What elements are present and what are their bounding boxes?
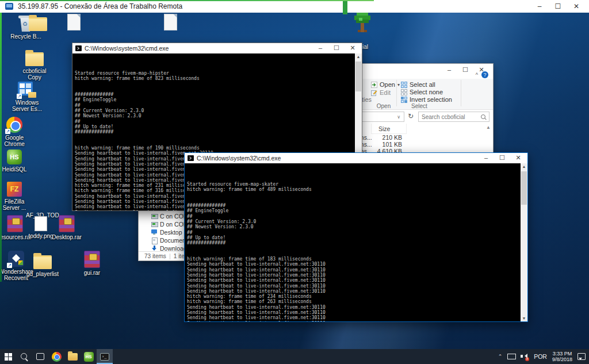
cmd2-scrollbar[interactable]: ▲ ▼ xyxy=(521,163,527,321)
rdp-maximize-button[interactable]: ☐ xyxy=(549,0,567,13)
explorer-nav-pane: C on CODELUA D on CODELUA Desktop Docume… xyxy=(139,212,185,252)
file-row[interactable]: ens... 210 KB xyxy=(357,134,407,141)
tree-pixel-icon[interactable] xyxy=(352,13,373,38)
nav-item-c-drive[interactable]: C on CODELUA xyxy=(139,212,185,220)
volume-muted-icon[interactable]: ✕ xyxy=(521,353,529,360)
open-icon xyxy=(371,82,377,88)
desktop-icon-windows-server[interactable]: ↗ Windows Server Es... xyxy=(9,82,45,112)
tray-expand-chevron-icon[interactable]: ⌃ xyxy=(498,354,503,359)
desktop-icon-folder-top[interactable] xyxy=(24,14,52,31)
icon-label: gui.rar xyxy=(84,270,100,276)
desktop-wallpaper: ♻ Recycle B... ial ccboficial Copy xyxy=(0,13,589,349)
search-input[interactable] xyxy=(419,114,481,120)
select-all-button[interactable]: Select all xyxy=(401,81,435,88)
console-line xyxy=(75,81,355,86)
invert-selection-icon xyxy=(401,97,407,103)
cmd1-titlebar[interactable]: C:\Windows\system32\cmd.exe – ☐ ✕ xyxy=(72,43,362,53)
scroll-up-icon[interactable]: ▲ xyxy=(486,125,491,130)
folder-icon xyxy=(29,17,47,31)
desktop-icon-desktop-rar[interactable]: Desktop.rar xyxy=(51,215,83,240)
console-line xyxy=(75,140,355,145)
taskbar-chrome-button[interactable] xyxy=(48,349,64,364)
console-line: hitch warning: frame time of 263 millise… xyxy=(187,299,521,304)
desktop-icon-ccboficial-copy[interactable]: ccboficial Copy xyxy=(16,49,53,81)
rdp-titlebar: 35.199.87.95 - Conexão de Área de Trabal… xyxy=(0,0,589,13)
chevron-down-icon[interactable]: ∨ xyxy=(397,114,400,120)
desktop-icon-gd-playerlist[interactable]: gd_playerlist xyxy=(24,252,61,277)
rdp-close-button[interactable]: ✕ xyxy=(567,0,586,13)
cmd2-close-button[interactable]: ✕ xyxy=(510,154,526,162)
explorer-minimize-button[interactable]: – xyxy=(441,66,457,74)
console-line: ## Newest Version: 2.3.0 xyxy=(75,113,355,118)
select-none-button[interactable]: Select none xyxy=(401,89,443,95)
console-icon: ›_ xyxy=(100,353,109,361)
help-icon[interactable]: ? xyxy=(481,71,488,78)
desktop-icon-filezilla[interactable]: FZ FileZilla Server ... xyxy=(0,182,29,211)
capture-artifact-sliver xyxy=(343,0,347,14)
search-icon xyxy=(21,353,28,361)
taskbar-clock[interactable]: 3:33 PM 9/8/2018 xyxy=(552,351,572,362)
refresh-icon[interactable]: ↻ xyxy=(408,112,414,120)
rdp-minimize-button[interactable]: – xyxy=(530,0,549,13)
cmd-window-2: C:\Windows\system32\cmd.exe – ☐ ✕ Starte… xyxy=(184,152,528,322)
image-file-icon xyxy=(35,216,47,231)
console-line xyxy=(187,251,521,256)
search-box[interactable] xyxy=(418,112,489,122)
invert-selection-label: Invert selection xyxy=(410,96,452,103)
network-icon[interactable] xyxy=(507,354,515,360)
scroll-thumb[interactable] xyxy=(355,62,361,91)
cmd2-titlebar[interactable]: C:\Windows\system32\cmd.exe – ☐ ✕ xyxy=(185,153,527,163)
folder-icon xyxy=(68,353,78,361)
console-line: Sending heartbeat to live-internal.fivem… xyxy=(187,305,521,310)
icon-label: Google Chrome xyxy=(0,135,29,147)
desktop-icon-gui-rar[interactable]: gui.rar xyxy=(78,251,106,276)
cmd2-console-output: Started resource fivem-map-skaterhitch w… xyxy=(185,163,521,321)
desktop-icon-document-1[interactable] xyxy=(60,14,87,30)
icon-label: toddy.png xyxy=(28,233,53,239)
nav-item-d-drive[interactable]: D on CODELUA xyxy=(139,220,185,228)
language-indicator[interactable]: POR xyxy=(534,353,547,360)
winrar-archive-icon xyxy=(59,215,75,232)
scroll-up-icon[interactable]: ▲ xyxy=(355,53,362,60)
cmd2-minimize-button[interactable]: – xyxy=(478,154,494,162)
start-button[interactable] xyxy=(0,349,16,364)
explorer-maximize-button[interactable]: ☐ xyxy=(457,66,473,74)
desktop-icon-document-2[interactable] xyxy=(156,14,184,30)
invert-selection-button[interactable]: Invert selection xyxy=(401,96,452,103)
file-list: ens... 210 KB ens... 101 KB ens... 4,610… xyxy=(357,134,407,155)
console-line: ## xyxy=(75,103,355,108)
desktop-icon-heidisql[interactable]: HS HeidiSQL xyxy=(0,150,29,173)
documents-icon xyxy=(151,237,158,243)
console-line: Sending heartbeat to live-internal.fivem… xyxy=(187,278,521,283)
winrar-archive-icon xyxy=(84,251,100,268)
desktop-icon xyxy=(151,229,158,235)
column-header-size[interactable]: Size xyxy=(371,124,407,134)
edit-button[interactable]: Edit xyxy=(371,89,391,96)
taskbar-cmd-button-active[interactable]: ›_ xyxy=(97,349,113,364)
taskbar-search-button[interactable] xyxy=(16,349,32,364)
open-button[interactable]: Open ▾ xyxy=(371,81,400,88)
edit-icon xyxy=(371,90,377,96)
taskbar-heidisql-button[interactable]: HS xyxy=(81,349,97,364)
nav-item-desktop[interactable]: Desktop xyxy=(139,228,185,236)
taskbar-explorer-button[interactable] xyxy=(64,349,81,364)
scroll-down-icon[interactable]: ▼ xyxy=(521,315,527,321)
task-view-button[interactable] xyxy=(32,349,48,364)
document-icon xyxy=(67,14,81,30)
cmd1-close-button[interactable]: ✕ xyxy=(345,44,361,52)
scroll-up-icon[interactable]: ▲ xyxy=(521,163,527,170)
scroll-thumb[interactable] xyxy=(521,171,527,205)
action-center-icon[interactable] xyxy=(577,353,586,360)
file-row[interactable]: ens... 101 KB xyxy=(357,141,407,148)
cmd2-maximize-button[interactable]: ☐ xyxy=(494,154,510,162)
console-line: ############## xyxy=(187,203,521,208)
cmd1-maximize-button[interactable]: ☐ xyxy=(328,44,345,52)
cmd1-minimize-button[interactable]: – xyxy=(312,44,328,52)
ribbon-group-select: Select xyxy=(407,103,432,109)
nav-item-documents[interactable]: Documents xyxy=(139,236,185,244)
wondershare-icon: ↗ xyxy=(8,251,24,267)
console-line: Sending heartbeat to live-internal.fivem… xyxy=(187,267,521,273)
desktop-icon-google-chrome[interactable]: ↗ Google Chrome xyxy=(0,117,29,147)
ribbon-collapse-icon[interactable]: ^ xyxy=(476,72,478,78)
remote-desktop-screen: 35.199.87.95 - Conexão de Área de Trabal… xyxy=(0,0,589,364)
